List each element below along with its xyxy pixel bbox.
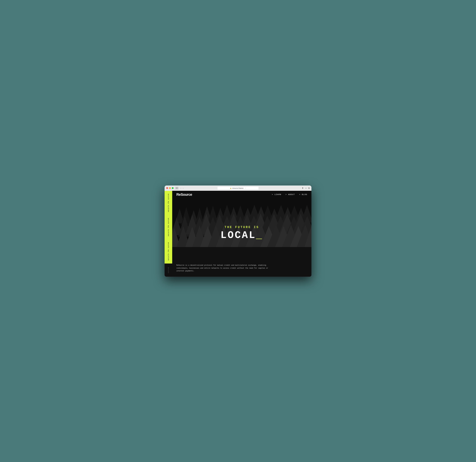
hero-title: LOCAL_ [221,230,263,240]
new-tab-icon[interactable]: + [305,187,306,189]
forward-arrow[interactable]: › [182,187,184,189]
description-text: ReSource is a decentralized protocol for… [176,264,273,272]
sidebar-text-1: upcycle the system [168,194,169,212]
sidebar: upcycle the system upcycle the system up… [165,191,172,277]
bottom-description-container: ReSource is a decentralized protocol for… [176,264,307,272]
sidebar-text-2: upcycle the system [168,218,169,236]
nav-links: LEARN ABOUT BLOG [272,194,307,196]
sidebar-stripe-2: upcycle the system [165,215,172,239]
back-arrow[interactable]: ‹ [180,187,182,189]
nav-arrows: ‹ › [180,187,184,189]
window-layout-btn[interactable]: ⊞ [175,187,178,189]
logo[interactable]: ReSource [176,192,192,197]
window-controls: ⊞ ‹ › [175,187,184,189]
sidebar-text-4: system [168,267,169,273]
navigation: ReSource LEARN ABOUT BLOG [172,191,311,198]
traffic-lights [166,187,174,189]
url-bar[interactable]: 🔒 resource.finance ↑ [217,187,259,190]
hero-section: THE FUTURE IS LOCAL_ [221,225,263,240]
share-icon[interactable]: ⬆ [302,187,304,189]
nav-link-blog[interactable]: BLOG [299,194,307,196]
title-bar: ⊞ ‹ › 🔒 resource.finance ↑ ⬆ + ⧉ [165,186,311,191]
hero-subtitle: THE FUTURE IS [221,225,263,229]
nav-link-about[interactable]: ABOUT [286,194,295,196]
minimize-button[interactable] [169,187,171,189]
mac-window: ⊞ ‹ › 🔒 resource.finance ↑ ⬆ + ⧉ upcycle… [165,186,311,277]
cursor: _ [256,230,263,241]
logo-text: ReSource [176,192,192,197]
url-text: resource.finance [232,187,243,189]
main-content: ReSource LEARN ABOUT BLOG THE FUTURE IS … [172,191,311,277]
sidebar-stripe-3: upcycle the system [165,239,172,264]
tabs-icon[interactable]: ⧉ [308,187,310,189]
sidebar-stripe-1: upcycle the system [165,191,172,215]
maximize-button[interactable] [172,187,174,189]
close-button[interactable] [166,187,168,189]
lock-icon: 🔒 [230,188,231,189]
website-content: upcycle the system upcycle the system up… [165,191,311,277]
refresh-icon[interactable]: ↑ [245,187,246,189]
toolbar-right: ⬆ + ⧉ [302,187,310,189]
sidebar-stripe-4: system [165,264,172,277]
nav-link-learn[interactable]: LEARN [272,194,281,196]
hero-title-text: LOCAL [221,230,256,241]
sidebar-text-3: upcycle the system [168,242,169,260]
